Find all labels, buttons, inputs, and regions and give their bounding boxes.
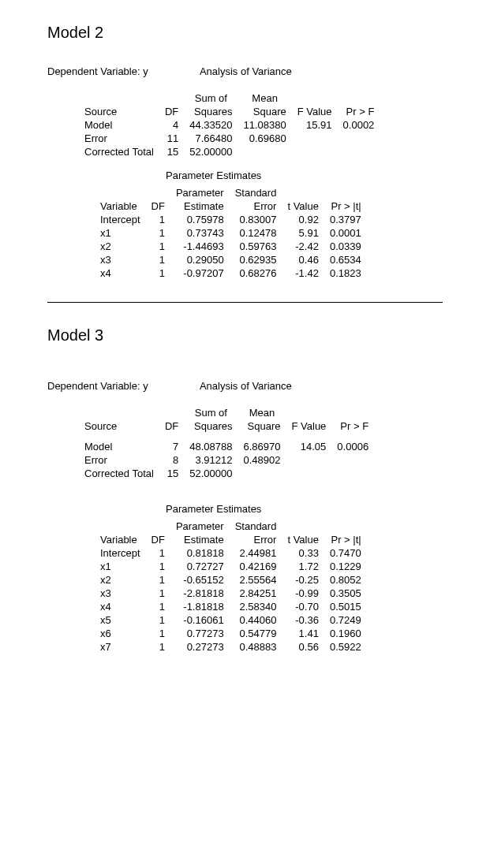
table-row: x41-1.818182.58340-0.700.5015 <box>95 600 367 613</box>
h-variable: Variable <box>95 533 146 546</box>
v: 8 <box>159 453 184 467</box>
v: 44.33520 <box>184 118 238 132</box>
v: 52.00000 <box>184 467 238 480</box>
v: -2.81818 <box>170 587 230 600</box>
v: 1.72 <box>282 560 324 573</box>
v: x2 <box>95 240 146 253</box>
v: 2.44981 <box>230 546 282 560</box>
h-square: Square <box>238 419 286 433</box>
h-sumof: Sum of <box>184 91 238 105</box>
h-estimate: Estimate <box>170 533 230 546</box>
v: 0.0339 <box>324 240 367 253</box>
v: -0.25 <box>282 573 324 587</box>
h-estimate: Estimate <box>170 199 230 213</box>
dep-line: Dependent Variable: y Analysis of Varian… <box>47 65 443 77</box>
v: 0.48902 <box>238 453 286 467</box>
v: 0.27273 <box>170 640 230 654</box>
v: 48.08788 <box>184 433 238 453</box>
v: 1 <box>146 587 170 600</box>
v: x3 <box>95 253 146 266</box>
v: 0.3505 <box>324 587 367 600</box>
v: 0.3797 <box>324 213 367 226</box>
v: 0.0001 <box>324 226 367 240</box>
v: 0.48883 <box>230 640 282 654</box>
v: 15.91 <box>292 118 338 132</box>
param-est-label: Parameter Estimates <box>166 170 443 181</box>
v: x3 <box>95 587 146 600</box>
h-parameter: Parameter <box>170 520 230 533</box>
v: 1 <box>146 560 170 573</box>
v: -2.42 <box>282 240 324 253</box>
src-total: Corrected Total <box>79 145 159 158</box>
v: x7 <box>95 640 146 654</box>
v: 1 <box>146 266 170 280</box>
v: 11.08380 <box>238 118 292 132</box>
v: 3.91212 <box>184 453 238 467</box>
src-error: Error <box>79 132 159 145</box>
v: -0.36 <box>282 613 324 627</box>
v: 4 <box>159 118 184 132</box>
table-row: Error 11 7.66480 0.69680 <box>79 132 380 145</box>
v: 5.91 <box>282 226 324 240</box>
h-mean: Mean <box>238 91 292 105</box>
aov-label: Analysis of Variance <box>200 380 292 392</box>
v: 0.6534 <box>324 253 367 266</box>
param-est-label: Parameter Estimates <box>166 503 443 515</box>
v: 0.29050 <box>170 253 230 266</box>
v: 0.73743 <box>170 226 230 240</box>
v: 2.55564 <box>230 573 282 587</box>
v: 1 <box>146 226 170 240</box>
table-row: x610.772730.547791.410.1960 <box>95 627 367 640</box>
v: 0.42169 <box>230 560 282 573</box>
table-row: Corrected Total 15 52.00000 <box>79 467 374 480</box>
h-prf: Pr > F <box>331 419 374 433</box>
v: 0.72727 <box>170 560 230 573</box>
v: -0.97207 <box>170 266 230 280</box>
h-df: DF <box>159 105 184 118</box>
v: 15 <box>159 467 184 480</box>
h-mean: Mean <box>238 406 286 419</box>
h-standard: Standard <box>230 186 282 199</box>
v: 0.44060 <box>230 613 282 627</box>
v: 0.0006 <box>331 433 374 453</box>
v: 0.1229 <box>324 560 367 573</box>
v: -1.42 <box>282 266 324 280</box>
v: 11 <box>159 132 184 145</box>
dep-line: Dependent Variable: y Analysis of Varian… <box>47 380 443 392</box>
model3-aov-table: Sum of Mean Source DF Squares Square F V… <box>79 406 374 480</box>
v: 1 <box>146 573 170 587</box>
h-sumof: Sum of <box>184 406 238 419</box>
v: -0.65152 <box>170 573 230 587</box>
v: 1.41 <box>282 627 324 640</box>
table-row: x21-0.651522.55564-0.250.8052 <box>95 573 367 587</box>
v: 0.0002 <box>338 118 380 132</box>
v: Intercept <box>95 213 146 226</box>
v: x5 <box>95 613 146 627</box>
v: x2 <box>95 573 146 587</box>
model3-title: Model 3 <box>47 326 443 345</box>
v: 0.77273 <box>170 627 230 640</box>
v: 2.84251 <box>230 587 282 600</box>
divider <box>47 302 443 303</box>
table-row: x21-1.446930.59763-2.420.0339 <box>95 240 367 253</box>
v: Intercept <box>95 546 146 560</box>
h-prt: Pr > |t| <box>324 199 367 213</box>
v: 1 <box>146 240 170 253</box>
v: 0.69680 <box>238 132 292 145</box>
dep-var-label: Dependent Variable: y <box>47 65 197 77</box>
h-source: Source <box>79 419 159 433</box>
table-row: Intercept10.759780.830070.920.3797 <box>95 213 367 226</box>
v: 0.83007 <box>230 213 282 226</box>
table-row: Intercept10.818182.449810.330.7470 <box>95 546 367 560</box>
v: 0.46 <box>282 253 324 266</box>
h-df: DF <box>146 199 170 213</box>
table-row: Corrected Total 15 52.00000 <box>79 145 380 158</box>
table-row: x41-0.972070.68276-1.420.1823 <box>95 266 367 280</box>
src-model: Model <box>79 118 159 132</box>
table-row: x310.290500.629350.460.6534 <box>95 253 367 266</box>
table-row: x110.727270.421691.720.1229 <box>95 560 367 573</box>
v: 0.7470 <box>324 546 367 560</box>
v: 0.81818 <box>170 546 230 560</box>
v: 1 <box>146 640 170 654</box>
table-row: x51-0.160610.44060-0.360.7249 <box>95 613 367 627</box>
